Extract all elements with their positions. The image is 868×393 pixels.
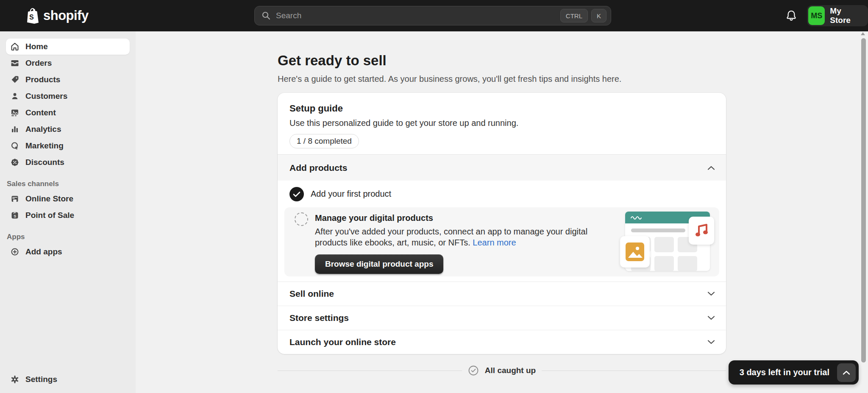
- digital-products-illustration: [608, 210, 715, 274]
- sidebar-item-label: Products: [25, 75, 60, 84]
- sidebar-item-label: Online Store: [25, 194, 73, 203]
- sidebar-item-analytics[interactable]: Analytics: [6, 121, 130, 137]
- logo-wordmark: shopify: [43, 8, 89, 23]
- svg-text:S: S: [29, 14, 34, 21]
- store-avatar: MS: [808, 6, 825, 25]
- shortcut-ctrl-key: CTRL: [560, 9, 588, 22]
- scrollbar-up-arrow[interactable]: [861, 32, 865, 35]
- sidebar-item-orders[interactable]: Orders: [6, 55, 130, 71]
- music-note-icon: [695, 223, 708, 238]
- sidebar-item-marketing[interactable]: Marketing: [6, 138, 130, 154]
- check-circle-icon: [468, 365, 479, 376]
- marketing-icon: [10, 141, 19, 151]
- all-caught-up: All caught up: [278, 365, 726, 376]
- sidebar-item-products[interactable]: Products: [6, 72, 130, 88]
- progress-badge: 1 / 8 completed: [289, 134, 359, 148]
- task-label: Add your first product: [311, 189, 391, 199]
- section-sell-online[interactable]: Sell online: [278, 282, 726, 306]
- trial-label: 3 days left in your trial: [740, 368, 829, 377]
- divider: [278, 371, 462, 371]
- squiggle-icon: [630, 215, 645, 220]
- learn-more-link[interactable]: Learn more: [473, 238, 516, 247]
- illustration-text-bar: [631, 229, 685, 232]
- sidebar-item-point-of-sale[interactable]: S Point of Sale: [6, 207, 130, 223]
- sidebar-item-label: Marketing: [25, 141, 64, 151]
- chevron-down-icon: [707, 291, 715, 296]
- setup-guide-card: Setup guide Use this personalized guide …: [278, 93, 726, 354]
- search-input[interactable]: [276, 11, 557, 20]
- global-search[interactable]: CTRL K: [254, 6, 611, 25]
- setup-guide-title: Setup guide: [289, 103, 714, 114]
- top-bar: S shopify CTRL K MS My Store: [0, 0, 868, 31]
- illustration-music-card: [689, 217, 714, 245]
- task-description: After you've added your products, connec…: [315, 227, 587, 247]
- section-label: Launch your online store: [289, 337, 396, 347]
- completed-check-icon[interactable]: [289, 187, 304, 201]
- sidebar-item-add-apps[interactable]: Add apps: [6, 244, 130, 260]
- main-content: Get ready to sell Here's a guide to get …: [136, 31, 868, 393]
- page-title: Get ready to sell: [278, 53, 726, 69]
- trial-banner[interactable]: 3 days left in your trial: [729, 360, 859, 385]
- home-icon: [10, 42, 19, 51]
- sidebar-item-label: Orders: [25, 59, 52, 68]
- scrollbar-thumb[interactable]: [861, 38, 866, 362]
- sidebar-item-online-store[interactable]: Online Store: [6, 191, 130, 207]
- sidebar-item-label: Customers: [25, 92, 67, 101]
- image-icon: [626, 242, 644, 261]
- chevron-down-icon: [707, 340, 715, 345]
- section-store-settings[interactable]: Store settings: [278, 306, 726, 330]
- storefront-icon: [10, 194, 19, 203]
- sidebar-item-label: Content: [25, 108, 56, 117]
- section-label: Add products: [289, 163, 348, 173]
- sidebar-item-label: Add apps: [25, 247, 62, 256]
- section-launch-online-store[interactable]: Launch your online store: [278, 330, 726, 354]
- incomplete-task-icon[interactable]: [295, 212, 308, 226]
- apps-header: Apps: [7, 233, 130, 241]
- task-manage-digital-products: Manage your digital products After you'v…: [284, 207, 719, 276]
- setup-guide-description: Use this personalized guide to get your …: [289, 118, 714, 128]
- shopify-logo[interactable]: S shopify: [24, 7, 89, 24]
- gear-icon: [10, 375, 19, 384]
- shortcut-k-key: K: [591, 9, 606, 22]
- bar-chart-icon: [10, 125, 19, 134]
- plus-circle-icon: [10, 247, 19, 256]
- browse-digital-product-apps-button[interactable]: Browse digital product apps: [315, 254, 443, 274]
- store-name: My Store: [830, 6, 860, 25]
- sidebar-nav: Home Orders Products Customers: [0, 31, 136, 393]
- sidebar-item-label: Settings: [25, 375, 57, 384]
- tag-icon: [10, 75, 19, 84]
- sidebar-item-discounts[interactable]: Discounts: [6, 154, 130, 170]
- divider: [542, 371, 726, 371]
- chevron-up-icon: [707, 165, 715, 170]
- sidebar-item-home[interactable]: Home: [6, 39, 130, 55]
- task-title: Manage your digital products: [315, 213, 601, 223]
- chevron-up-icon: [843, 370, 850, 375]
- shopify-bag-icon: S: [24, 7, 39, 24]
- notifications-bell-icon[interactable]: [785, 9, 798, 22]
- shopify-admin: S shopify CTRL K MS My Store: [0, 0, 868, 393]
- task-add-first-product[interactable]: Add your first product: [278, 181, 726, 207]
- sidebar-item-label: Home: [25, 42, 48, 51]
- illustration-image-card: [620, 236, 650, 268]
- discount-badge-icon: [10, 158, 19, 167]
- svg-text:S: S: [14, 214, 16, 218]
- pos-icon: S: [10, 211, 19, 220]
- sidebar-item-label: Point of Sale: [25, 211, 74, 220]
- section-label: Sell online: [289, 289, 334, 299]
- sidebar-item-settings[interactable]: Settings: [6, 371, 130, 387]
- media-icon: [10, 108, 19, 117]
- section-add-products[interactable]: Add products: [278, 154, 726, 181]
- search-icon: [262, 11, 271, 20]
- all-caught-up-label: All caught up: [485, 366, 536, 375]
- trial-expand-button[interactable]: [837, 363, 856, 382]
- section-label: Store settings: [289, 313, 349, 323]
- sales-channels-header: Sales channels: [7, 180, 130, 188]
- person-icon: [10, 92, 19, 101]
- sidebar-item-label: Analytics: [25, 125, 61, 134]
- chevron-down-icon: [707, 315, 715, 321]
- store-menu[interactable]: MS My Store: [807, 5, 868, 26]
- sidebar-item-customers[interactable]: Customers: [6, 88, 130, 104]
- sidebar-item-label: Discounts: [25, 158, 64, 167]
- orders-icon: [10, 59, 19, 68]
- sidebar-item-content[interactable]: Content: [6, 105, 130, 121]
